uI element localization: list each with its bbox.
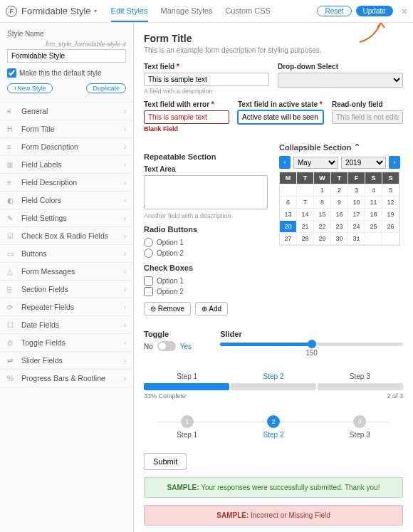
style-class: .frm_style_formidable-style-4: [7, 41, 126, 48]
readonly-field-label: Read-only field: [332, 100, 403, 108]
sidebar-item[interactable]: HForm Title›: [0, 120, 133, 137]
error-field-input[interactable]: [144, 110, 229, 124]
slider-track[interactable]: [220, 343, 403, 346]
checkbox-label: Check Boxes: [144, 264, 268, 272]
cal-day[interactable]: 22: [314, 221, 331, 233]
dot-2[interactable]: 2: [267, 415, 280, 428]
textarea-input[interactable]: [144, 175, 268, 209]
checkbox-option-2[interactable]: Option 2: [144, 287, 268, 296]
tab-manage-styles[interactable]: Manage Styles: [161, 1, 213, 22]
cal-prev-button[interactable]: ‹: [279, 156, 291, 169]
sidebar-item[interactable]: ≡Field Description›: [0, 173, 133, 191]
sidebar-item[interactable]: ⊞Field Labels›: [0, 155, 133, 173]
checkbox-option-1[interactable]: Option 1: [144, 276, 268, 286]
cal-day[interactable]: 3: [348, 184, 365, 197]
cal-day[interactable]: 15: [314, 209, 331, 221]
topbar: F Formidable Style ▾ Edit Styles Manage …: [0, 0, 413, 23]
cal-day[interactable]: 27: [280, 233, 297, 245]
chevron-right-icon: ›: [124, 108, 126, 115]
cal-day[interactable]: 6: [280, 197, 297, 209]
cal-day: [382, 233, 399, 245]
active-field-input[interactable]: [238, 110, 323, 124]
cal-day[interactable]: 16: [331, 209, 348, 221]
sidebar-item[interactable]: ☑Check Box & Radio Fields›: [0, 226, 133, 244]
nav-icon: ▭: [7, 250, 16, 258]
chevron-right-icon: ›: [124, 125, 126, 133]
cal-day[interactable]: 4: [365, 184, 382, 197]
cal-day[interactable]: 20: [280, 221, 297, 233]
rootline: 1Step 1 2Step 2 3Step 3: [144, 415, 403, 439]
add-button[interactable]: ⊕ Add: [195, 302, 228, 315]
cal-day[interactable]: 28: [297, 233, 314, 245]
caret-down-icon[interactable]: ▾: [94, 8, 97, 14]
nav-label: Check Box & Radio Fields: [21, 231, 124, 240]
chevron-right-icon: ›: [124, 268, 126, 276]
cal-day[interactable]: 11: [365, 197, 382, 209]
cal-day[interactable]: 23: [331, 221, 348, 233]
cal-day[interactable]: 10: [348, 197, 365, 209]
style-name-input[interactable]: [7, 49, 126, 63]
dot-3[interactable]: 3: [353, 415, 366, 428]
remove-button[interactable]: ⊖ Remove: [144, 302, 191, 315]
toggle-switch[interactable]: [157, 341, 176, 351]
cal-day[interactable]: 1: [314, 184, 331, 197]
dropdown-select[interactable]: [278, 73, 403, 88]
cal-day[interactable]: 24: [348, 221, 365, 233]
sidebar-item[interactable]: ≡General›: [0, 102, 133, 120]
close-icon[interactable]: ×: [402, 6, 407, 17]
cal-day[interactable]: 13: [280, 209, 297, 221]
cal-day[interactable]: 26: [382, 221, 399, 233]
sidebar-item[interactable]: ▭Buttons›: [0, 244, 133, 262]
cal-day[interactable]: 29: [314, 233, 331, 245]
cal-day[interactable]: 9: [331, 197, 348, 209]
form-title: Form Title: [144, 33, 403, 44]
sidebar-item[interactable]: △Form Messages›: [0, 262, 133, 280]
sidebar-item[interactable]: ⟳Repeater Fields›: [0, 298, 133, 315]
calendar: ‹ May 2019 › MTWTFSS12345678910111213141…: [279, 156, 400, 246]
cal-day[interactable]: 7: [297, 197, 314, 209]
sidebar-item[interactable]: ◐Field Colors›: [0, 191, 133, 209]
cal-day[interactable]: 30: [331, 233, 348, 245]
cal-day[interactable]: 5: [382, 184, 399, 197]
dot-1[interactable]: 1: [181, 415, 194, 428]
reset-button[interactable]: Reset: [317, 6, 351, 16]
sidebar-item[interactable]: %Progress Bars & Rootline›: [0, 369, 133, 387]
cal-day[interactable]: 21: [297, 221, 314, 233]
cal-day[interactable]: 2: [331, 184, 348, 197]
step3-label: Step 3: [317, 372, 403, 380]
tab-edit-styles[interactable]: Edit Styles: [111, 1, 148, 22]
cal-day[interactable]: 31: [348, 233, 365, 245]
cal-day[interactable]: 19: [382, 209, 399, 221]
duplicate-button[interactable]: Duplicate: [86, 83, 126, 93]
nav-icon: ⊞: [7, 161, 16, 169]
submit-button[interactable]: Submit: [144, 453, 187, 470]
sidebar-item[interactable]: ⊙Toggle Fields›: [0, 333, 133, 351]
radio-option-1[interactable]: Option 1: [144, 238, 268, 247]
cal-day[interactable]: 12: [382, 197, 399, 209]
sidebar-item[interactable]: ☐Date Fields›: [0, 315, 133, 333]
sidebar-item[interactable]: ⌸Section Fields›: [0, 280, 133, 298]
collapsible-section-header[interactable]: Collapsible Section⌃: [279, 142, 403, 152]
cal-year-select[interactable]: 2019: [341, 157, 386, 169]
cal-day[interactable]: 17: [348, 209, 365, 221]
cal-day[interactable]: 18: [365, 209, 382, 221]
new-style-button[interactable]: +New Style: [7, 83, 53, 93]
cal-day[interactable]: 14: [297, 209, 314, 221]
default-style-checkbox-input[interactable]: [7, 68, 16, 78]
cal-day[interactable]: 25: [365, 221, 382, 233]
nav-label: Field Colors: [21, 196, 124, 204]
slider-thumb[interactable]: [308, 340, 316, 348]
sidebar-item[interactable]: ✎Field Settings›: [0, 209, 133, 226]
cal-day[interactable]: 8: [314, 197, 331, 209]
cal-next-button[interactable]: ›: [389, 156, 400, 169]
tab-custom-css[interactable]: Custom CSS: [225, 1, 271, 22]
update-button[interactable]: Update: [356, 6, 393, 16]
sidebar-item[interactable]: ≡Form Description›: [0, 137, 133, 155]
cal-month-select[interactable]: May: [293, 157, 338, 169]
header-buttons: Reset Update ×: [317, 6, 407, 17]
sidebar-item[interactable]: ⇄Slider Fields›: [0, 351, 133, 369]
textfield-input[interactable]: [144, 73, 269, 86]
progress-percent: 33% Complete: [144, 392, 186, 400]
default-style-checkbox[interactable]: Make this the default style: [7, 68, 126, 78]
radio-option-2[interactable]: Option 2: [144, 249, 268, 258]
